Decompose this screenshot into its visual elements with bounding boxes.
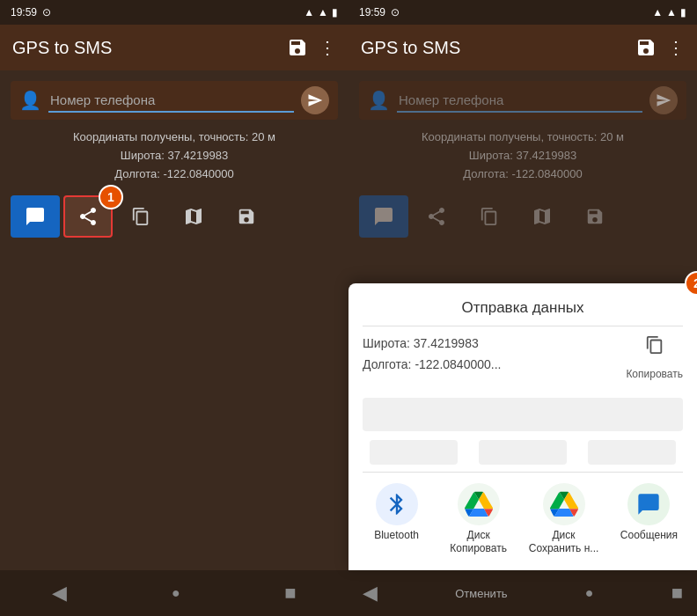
signal-icon-right: ▲: [652, 6, 663, 18]
drive-save-label: Диск Сохранить н...: [529, 529, 599, 556]
share-data-row: Широта: 37.4219983 Долгота: -122.0840000…: [348, 326, 697, 390]
bluetooth-icon-container: [376, 483, 418, 525]
copy-button-right[interactable]: [465, 195, 514, 238]
right-panel: 19:59 ⊙ ▲ ▲ ▮ GPS to SMS ⋮ 👤 Координаты: [348, 0, 697, 616]
status-bar-right: 19:59 ⊙ ▲ ▲ ▮: [348, 0, 697, 25]
drive-save-icon-container: [543, 483, 585, 525]
sms-button-left[interactable]: [11, 195, 60, 238]
menu-button-left[interactable]: ⋮: [319, 37, 336, 58]
sms-button-right[interactable]: [359, 195, 408, 238]
input-row-left: 👤: [11, 81, 338, 120]
send-button-left[interactable]: [301, 86, 329, 114]
coords-lat-left: Широта: 37.4219983: [11, 147, 338, 165]
share-button-left[interactable]: 1: [63, 195, 113, 238]
send-button-right[interactable]: [649, 86, 678, 114]
home-button-left[interactable]: ●: [172, 585, 180, 601]
share-dialog: 2 Отправка данных Широта: 37.4219983 Дол…: [348, 283, 697, 570]
location-icon: ⊙: [42, 6, 51, 18]
drive-copy-icon-container: [458, 483, 500, 525]
coords-lat-right: Широта: 37.4219983: [359, 147, 686, 165]
share-button-right[interactable]: [412, 195, 461, 238]
content-left: 👤 Координаты получены, точность: 20 м Ши…: [0, 70, 348, 570]
app-bar-left: GPS to SMS ⋮: [0, 25, 348, 70]
save-toolbar-button-right[interactable]: [570, 195, 620, 238]
copy-button-left[interactable]: [116, 195, 165, 238]
map-button-right[interactable]: [517, 195, 567, 238]
copy-label-dialog: Копировать: [626, 365, 683, 383]
coords-lon-right: Долгота: -122.0840000: [359, 165, 686, 184]
wifi-icon-right: ▲: [666, 6, 677, 18]
save-toolbar-button-left[interactable]: [222, 195, 271, 238]
back-button-left[interactable]: ◀: [52, 582, 67, 605]
menu-button-right[interactable]: ⋮: [667, 37, 685, 58]
contact-icon-right: 👤: [368, 90, 390, 111]
bottom-nav-right: ◀ Отменить ● ■: [348, 570, 697, 616]
share-lat-text: Широта: 37.4219983: [363, 334, 501, 355]
share-apps-row: Bluetooth Диск Копир: [348, 473, 697, 563]
save-button-left[interactable]: [287, 37, 308, 58]
coords-right: Координаты получены, точность: 20 м Широ…: [359, 128, 686, 183]
loading-row-2c: [588, 440, 676, 465]
loading-row-1: [363, 398, 683, 431]
loading-row-2a: [370, 440, 458, 465]
home-button-right[interactable]: ●: [585, 585, 594, 601]
phone-input-left[interactable]: [48, 89, 294, 113]
loading-row-2b: [479, 440, 567, 465]
recent-button-left[interactable]: ■: [284, 582, 296, 605]
cancel-label[interactable]: Отменить: [455, 587, 507, 600]
share-lon-text: Долгота: -122.0840000...: [363, 355, 501, 376]
coords-left: Координаты получены, точность: 20 м Широ…: [11, 128, 338, 183]
location-icon-right: ⊙: [391, 6, 400, 18]
toolbar-right: [359, 192, 686, 241]
coords-lon-left: Долгота: -122.0840000: [11, 165, 338, 184]
share-app-bluetooth[interactable]: Bluetooth: [365, 483, 429, 556]
bottom-nav-left: ◀ ● ■: [0, 570, 348, 616]
app-bar-right: GPS to SMS ⋮: [348, 25, 697, 70]
input-row-right: 👤: [359, 81, 686, 120]
status-bar-left: 19:59 ⊙ ▲ ▲ ▮: [0, 0, 348, 25]
time-right: 19:59: [359, 6, 385, 18]
bluetooth-label: Bluetooth: [374, 529, 419, 543]
toolbar-wrapper-left: 1: [11, 192, 338, 241]
copy-icon: [645, 334, 664, 363]
share-app-messages[interactable]: Сообщения: [617, 483, 680, 556]
toolbar-left: 1: [11, 192, 338, 241]
wifi-icon-left: ▲: [318, 6, 328, 18]
coords-accuracy-left: Координаты получены, точность: 20 м: [11, 128, 338, 147]
contact-icon-left: 👤: [19, 90, 41, 111]
left-panel: 19:59 ⊙ ▲ ▲ ▮ GPS to SMS ⋮ 👤: [0, 0, 348, 616]
drive-copy-label: Диск Копировать: [450, 529, 507, 556]
share-dialog-title: Отправка данных: [348, 283, 697, 326]
app-title-left: GPS to SMS: [12, 38, 112, 58]
messages-label: Сообщения: [620, 529, 678, 543]
coords-accuracy-right: Координаты получены, точность: 20 м: [359, 128, 686, 147]
share-app-drive-save[interactable]: Диск Сохранить н...: [529, 483, 599, 556]
time-left: 19:59: [11, 6, 37, 18]
recent-button-right[interactable]: ■: [671, 582, 683, 605]
phone-input-right[interactable]: [397, 89, 642, 113]
save-button-right[interactable]: [635, 37, 657, 58]
battery-icon-left: ▮: [332, 6, 338, 18]
map-button-left[interactable]: [169, 195, 218, 238]
back-button-right[interactable]: ◀: [363, 582, 378, 605]
share-app-drive-copy[interactable]: Диск Копировать: [447, 483, 510, 556]
loading-rows: [348, 391, 697, 472]
app-title-right: GPS to SMS: [361, 38, 460, 58]
messages-icon-container: [627, 483, 670, 525]
copy-button-dialog[interactable]: Копировать: [626, 334, 683, 383]
signal-icon-left: ▲: [304, 6, 314, 18]
battery-icon-right: ▮: [680, 6, 686, 18]
